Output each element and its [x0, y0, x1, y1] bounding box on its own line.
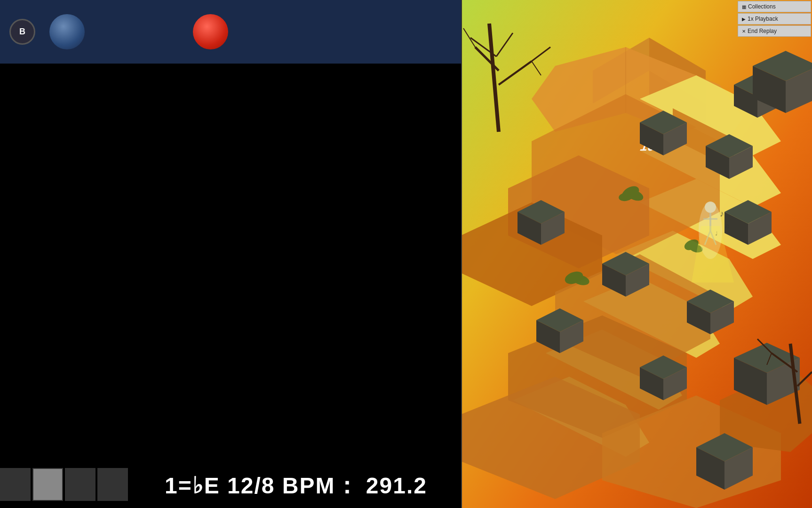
left-panel: B 1=♭E 12/8 BPM： 291.2 [0, 0, 461, 508]
svg-text:♪: ♪ [720, 209, 724, 218]
film-strip [0, 466, 130, 503]
red-record-button[interactable] [193, 14, 228, 49]
grid-icon: ▦ [742, 4, 746, 9]
panel-divider [461, 0, 462, 508]
b-button[interactable]: B [9, 19, 35, 45]
overlay-buttons: ▦ Collections ▶ 1x Playback ✕ End Replay [737, 0, 812, 38]
end-replay-button[interactable]: ✕ End Replay [738, 25, 811, 37]
blue-circle-button[interactable] [49, 14, 85, 49]
svg-text:♫: ♫ [724, 222, 730, 230]
game-scene-svg: 10% [461, 0, 812, 508]
close-icon: ✕ [742, 29, 746, 34]
b-button-label: B [19, 27, 25, 37]
play-icon: ▶ [742, 16, 746, 22]
top-bar: B [0, 0, 461, 64]
music-text: 1=♭E 12/8 BPM： 291.2 [165, 473, 427, 498]
bottom-bar: 1=♭E 12/8 BPM： 291.2 [0, 461, 461, 508]
film-cell-1 [0, 468, 31, 501]
collections-label: Collections [748, 3, 776, 10]
end-replay-label: End Replay [748, 28, 777, 34]
film-cell-2 [32, 468, 63, 501]
film-cell-3 [65, 468, 96, 501]
playback-button[interactable]: ▶ 1x Playback [738, 13, 811, 24]
music-info: 1=♭E 12/8 BPM： 291.2 [165, 471, 427, 501]
film-cell-4 [97, 468, 128, 501]
svg-point-80 [705, 202, 716, 213]
right-panel: ▦ Collections ▶ 1x Playback ✕ End Replay [461, 0, 812, 508]
game-canvas: ▦ Collections ▶ 1x Playback ✕ End Replay [461, 0, 812, 508]
collections-button[interactable]: ▦ Collections [738, 1, 811, 12]
playback-label: 1x Playback [748, 16, 778, 22]
